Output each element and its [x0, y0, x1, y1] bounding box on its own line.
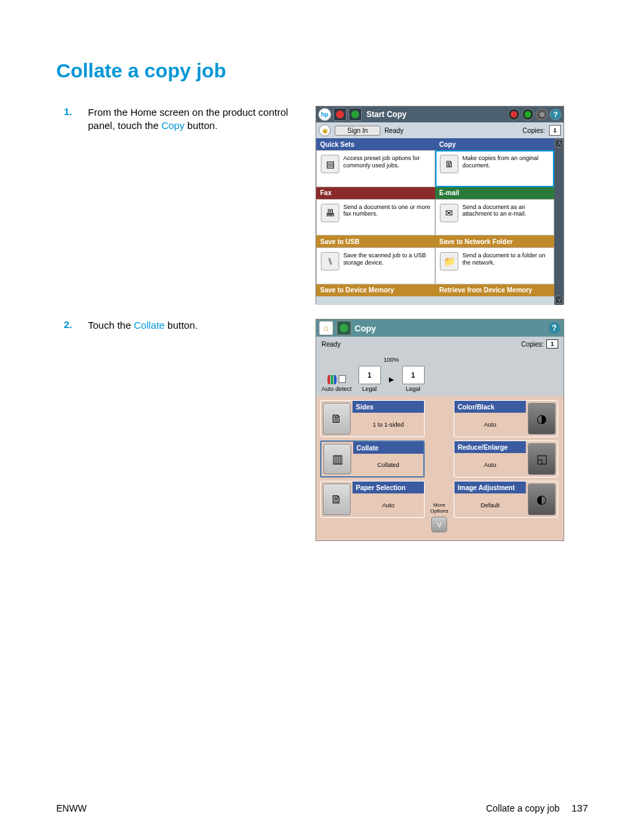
tile-fax[interactable]: Fax 🖶Send a document to one or more fax …: [316, 187, 435, 236]
app-grid: Quick Sets ▤Access preset job options fo…: [316, 138, 564, 305]
scroll-up-icon[interactable]: ᐱ: [555, 140, 563, 147]
auto-detect[interactable]: Auto detect: [321, 375, 352, 392]
tile-desc: Access preset job options for commonly u…: [343, 155, 431, 169]
color-icon: ◑: [528, 403, 556, 435]
status-red-icon: [508, 108, 520, 120]
option-header: Color/Black: [454, 401, 526, 413]
start-copy-label: Start Copy: [366, 110, 407, 119]
step-2: 2. Touch the Collate button. ⌂ Copy ? Re…: [56, 319, 588, 541]
step-text-post: button.: [185, 120, 218, 131]
copies-label: Copies:: [523, 127, 545, 134]
tile-save-usb[interactable]: Save to USB ⑊Save the scanned job to a U…: [316, 235, 435, 284]
legal-label-out: Legal: [406, 386, 421, 392]
help-icon[interactable]: ?: [548, 321, 561, 335]
paper-icon: 🗎: [323, 483, 351, 515]
more-options[interactable]: More Options ᐯ: [425, 400, 454, 536]
option-value: 1 to 1-sided: [353, 413, 424, 437]
option-collate[interactable]: ▥ CollateCollated: [320, 441, 425, 478]
tile-email[interactable]: E-mail ✉Send a document as an attachment…: [435, 187, 554, 236]
tile-desc: Make copies from an original document.: [462, 155, 550, 169]
page-title: Collate a copy job: [56, 60, 588, 82]
tile-desc: Save the scanned job to a USB storage de…: [343, 252, 431, 267]
screenshot-home: hp Start Copy ✲ ? ◉ Sign In Ready Copies…: [316, 106, 564, 304]
sign-in-button[interactable]: Sign In: [335, 126, 380, 136]
settings-icon[interactable]: ✲: [536, 108, 548, 120]
footer-left: ENWW: [56, 803, 87, 814]
color-detect-icon: [327, 375, 346, 384]
status-bar: ◉ Sign In Ready Copies: 1: [316, 122, 564, 138]
step-text-link: Copy: [161, 120, 185, 131]
legal-label-in: Legal: [362, 386, 377, 392]
step-text: Touch the Collate button.: [88, 319, 300, 541]
option-reduce-enlarge[interactable]: ◱ Reduce/EnlargeAuto: [454, 441, 558, 478]
option-header: Sides: [353, 401, 424, 413]
adjust-icon: ◐: [528, 483, 556, 515]
collate-icon: ▥: [323, 444, 351, 474]
email-icon: ✉: [440, 204, 458, 222]
tile-header: E-mail: [435, 187, 554, 199]
chevron-down-icon[interactable]: ᐯ: [431, 517, 447, 532]
option-image-adjustment[interactable]: ◐ Image AdjustmentDefault: [454, 481, 558, 518]
auto-detect-label: Auto detect: [321, 386, 352, 392]
option-header: Reduce/Enlarge: [454, 441, 526, 453]
step-text-link: Collate: [134, 319, 165, 331]
network-icon[interactable]: ◉: [319, 124, 331, 136]
status-bar: Ready Copies: 1: [316, 337, 564, 351]
step-text-post: button.: [165, 319, 198, 331]
page-original[interactable]: 1: [358, 366, 381, 384]
option-header: Image Adjustment: [454, 482, 526, 493]
usb-icon: ⑊: [321, 252, 339, 271]
option-sides[interactable]: 🗎 Sides1 to 1-sided: [320, 400, 425, 437]
tile-save-network[interactable]: Save to Network Folder 📁Send a document …: [435, 235, 554, 284]
stop-button[interactable]: [333, 108, 347, 121]
start-button[interactable]: [349, 108, 362, 121]
option-header: Paper Selection: [353, 482, 424, 493]
step-number: 1.: [56, 106, 72, 304]
top-bar: ⌂ Copy ?: [316, 319, 564, 337]
tile-header: Save to Device Memory: [316, 284, 435, 296]
footer-page-number: 137: [571, 802, 588, 814]
copies-input[interactable]: 1: [546, 339, 558, 349]
scroll-down-icon[interactable]: ᐯ: [555, 296, 563, 304]
resize-icon: ◱: [528, 443, 556, 475]
step-number: 2.: [56, 319, 72, 541]
tile-header: Save to Network Folder: [435, 235, 554, 247]
fax-icon: 🖶: [321, 204, 339, 222]
tile-header: Quick Sets: [316, 138, 435, 150]
page-output[interactable]: 1: [402, 366, 425, 384]
options-panel: 🗎 Sides1 to 1-sided ▥ CollateCollated 🗎 …: [316, 396, 564, 540]
option-color-black[interactable]: ◑ Color/BlackAuto: [454, 400, 558, 437]
tile-copy[interactable]: Copy 🗎Make copies from an original docum…: [435, 138, 554, 187]
tile-quick-sets[interactable]: Quick Sets ▤Access preset job options fo…: [316, 138, 435, 187]
tile-desc: Send a document to one or more fax numbe…: [343, 204, 431, 218]
copies-label: Copies:: [521, 341, 544, 348]
copies-input[interactable]: 1: [549, 125, 561, 136]
more-options-label: More Options: [425, 502, 454, 514]
screen-title: Copy: [355, 323, 376, 333]
option-value: Collated: [353, 454, 423, 476]
option-value: Auto: [454, 413, 526, 437]
page-footer: ENWW Collate a copy job 137: [56, 802, 588, 814]
scrollbar[interactable]: ᐱ ᐯ: [554, 138, 564, 305]
start-button[interactable]: [337, 321, 351, 335]
option-value: Auto: [454, 453, 526, 477]
arrow-right-icon: ▶: [389, 376, 394, 383]
help-icon[interactable]: ?: [550, 108, 562, 120]
tile-desc: Send a document as an attachment to an e…: [462, 204, 550, 218]
home-button[interactable]: ⌂: [319, 321, 333, 335]
footer-title: Collate a copy job: [486, 803, 560, 814]
status-green-icon: [522, 108, 534, 120]
option-header: Collate: [353, 442, 423, 454]
list-icon: ▤: [321, 155, 339, 173]
copy-icon: 🗎: [440, 155, 458, 173]
tile-header: Copy: [435, 138, 554, 150]
preview-area: Auto detect 100% 1 Legal ▶ 1 Legal: [316, 351, 564, 396]
ready-label: Ready: [384, 127, 403, 134]
tile-save-device-memory[interactable]: Save to Device Memory: [316, 284, 435, 296]
hp-logo-icon: hp: [318, 108, 331, 121]
tile-retrieve-device-memory[interactable]: Retrieve from Device Memory: [435, 284, 554, 296]
option-paper-selection[interactable]: 🗎 Paper SelectionAuto: [320, 481, 425, 518]
screenshot-copy: ⌂ Copy ? Ready Copies: 1 Auto detect 100…: [316, 319, 564, 541]
sides-icon: 🗎: [323, 403, 351, 435]
option-value: Auto: [353, 493, 424, 517]
